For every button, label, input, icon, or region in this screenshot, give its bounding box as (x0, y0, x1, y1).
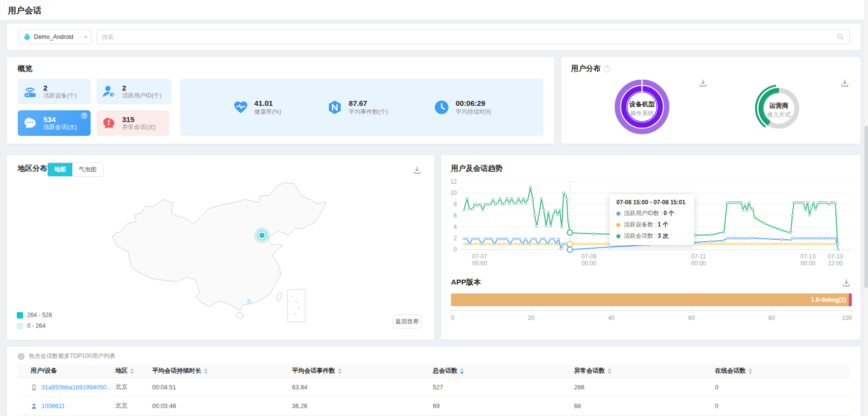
donut-center-subtitle: 操作系统 (630, 110, 654, 117)
china-map[interactable] (81, 172, 356, 335)
carrier-access-donut-chart[interactable]: 运营商接入方式 (750, 80, 807, 137)
download-icon[interactable] (840, 79, 849, 88)
series-name: 活跃设备数 : (624, 221, 657, 229)
beijing-marker (255, 228, 269, 242)
table-note: i 包含会话数最多TOP100用户列表 (18, 352, 115, 360)
region-distribution-panel: 地区分布 地图气泡图 264 - 5280 - 264 返回世界 (7, 155, 434, 340)
app-version-segment-1[interactable] (849, 293, 852, 306)
table-cell: 00:03:46 (152, 403, 292, 410)
table-cell: 0 (715, 384, 850, 391)
column-header-6[interactable]: 在线会话数 (715, 367, 850, 375)
back-to-world-button[interactable]: 返回世界 (393, 315, 421, 328)
svg-text:07-13: 07-13 (828, 253, 843, 260)
svg-text:07-07: 07-07 (472, 253, 487, 260)
help-icon[interactable]: ? (81, 112, 88, 119)
download-icon[interactable] (413, 166, 421, 175)
svg-text:2: 2 (453, 235, 457, 242)
scrollbar-thumb[interactable] (865, 126, 868, 288)
events-icon (327, 99, 343, 115)
overview-title: 概览 (18, 64, 32, 73)
overview-panel: 概览 2活跃设备(个)2活跃用户ID(个)534活跃会话(次)?315异常会话(… (7, 57, 554, 144)
app-version-segment-0[interactable]: 1.0-debug(1) (451, 293, 849, 306)
overview-stat-1: 87.67平均事件数(个) (327, 99, 388, 116)
user-device-link[interactable]: 1008611 (41, 403, 65, 410)
legend-item-1[interactable]: 0 - 264 (17, 322, 52, 329)
app-selector[interactable]: Demo_Android ▾ (19, 30, 92, 44)
column-header-4[interactable]: 总会话数 (433, 367, 574, 375)
download-icon[interactable] (842, 279, 851, 288)
sort-control[interactable] (748, 368, 752, 374)
region-tab-map[interactable]: 地图 (48, 163, 72, 176)
table-cell: 36.26 (292, 403, 433, 410)
table-row[interactable]: 1008611北京00:03:4636.2669680 (18, 397, 850, 416)
table-cell: 63.84 (292, 384, 433, 391)
region-title: 地区分布 (18, 164, 47, 173)
overview-card-2[interactable]: 534活跃会话(次)? (18, 110, 91, 136)
legend-swatch (17, 312, 23, 319)
column-header-2[interactable]: 平均会话持续时长 (152, 367, 292, 375)
user-distribution-panel: 用户分布? 设备机型操作系统 运营商接入方式 (561, 57, 861, 144)
sort-control[interactable] (204, 368, 208, 374)
device-os-donut-chart[interactable]: 设备机型操作系统 (613, 78, 671, 135)
table-cell: 00:04:51 (152, 384, 292, 391)
taiwan-island (276, 292, 283, 302)
axis-tick-label: 20 (528, 315, 534, 321)
svg-text:6: 6 (453, 212, 457, 219)
top-users-table-panel: i 包含会话数最多TOP100用户列表 用户/设备地区平均会话持续时长平均会话事… (7, 347, 861, 416)
series-name: 活跃用户ID数 : (624, 209, 663, 218)
help-icon[interactable]: ? (604, 65, 611, 72)
person-icon (31, 403, 37, 410)
table-cell: 北京 (115, 383, 152, 391)
vertical-scrollbar[interactable] (864, 0, 868, 416)
overview-card-0[interactable]: 2活跃设备(个) (18, 79, 91, 104)
download-icon[interactable] (699, 79, 707, 88)
app-version-bar-chart[interactable]: 1.0-debug(1) (451, 293, 852, 306)
app-version-axis: 020406080100 (451, 310, 852, 323)
table-cell: 0 (715, 403, 850, 410)
svg-text:00:00: 00:00 (472, 260, 487, 267)
sort-control[interactable] (130, 368, 134, 374)
trend-panel: 用户及会话趋势 02468101207-0700:0007-0900:0007-… (441, 155, 861, 340)
axis-tick-label: 60 (688, 315, 695, 321)
stat-value: 00:06:29 (455, 99, 491, 108)
table-cell: 68 (574, 403, 715, 410)
overview-card-3[interactable]: 315异常会话(次) (96, 110, 169, 136)
overview-stat-2: 00:06:29平均持续时间 (434, 99, 491, 116)
search-input[interactable] (102, 33, 836, 40)
overview-stats-strip: 41.01健康率(%)87.67平均事件数(个)00:06:29平均持续时间 (180, 79, 544, 136)
card-value: 534 (43, 115, 77, 124)
legend-item-0[interactable]: 264 - 528 (17, 312, 52, 319)
svg-text:07-13: 07-13 (801, 253, 816, 260)
card-value: 2 (122, 84, 161, 92)
sort-control[interactable] (338, 368, 342, 374)
search-icon[interactable] (836, 33, 844, 41)
card-label: 活跃设备(个) (43, 92, 77, 99)
overview-stat-0: 41.01健康率(%) (233, 99, 282, 116)
column-header-5[interactable]: 异常会话数 (574, 367, 715, 375)
session-icon (23, 116, 37, 130)
south-china-sea-inset (288, 289, 305, 322)
stat-label: 平均持续时间 (455, 108, 491, 116)
page-title: 用户会话 (8, 5, 41, 16)
axis-tick-label: 80 (769, 315, 775, 321)
column-header-1[interactable]: 地区 (115, 367, 152, 375)
column-header-3[interactable]: 平均会话事件数 (292, 367, 433, 375)
health-icon (233, 99, 249, 115)
table-row[interactable]: 31a550bba1b91994050...北京00:04:5163.84527… (18, 378, 850, 397)
sort-control[interactable] (460, 368, 464, 374)
axis-tick-label: 100 (842, 315, 852, 321)
region-fill-low (247, 299, 252, 304)
card-label: 活跃用户ID(个) (122, 92, 161, 99)
tooltip-time-range: 07-08 15:00 - 07-08 15:01 (616, 199, 687, 206)
chart-tooltip: 07-08 15:00 - 07-08 15:01 活跃用户ID数 : 0 个活… (610, 194, 694, 245)
overview-card-1[interactable]: 2活跃用户ID(个) (96, 79, 171, 104)
trend-title: 用户及会话趋势 (451, 164, 503, 173)
filter-bar: Demo_Android ▾ (7, 24, 861, 50)
stat-label: 健康率(%) (255, 108, 282, 116)
card-label: 活跃会话(次) (43, 124, 77, 131)
user-device-link[interactable]: 31a550bba1b91994050... (41, 384, 112, 391)
series-name: 活跃会话数 : (624, 232, 657, 240)
sort-control[interactable] (608, 368, 611, 374)
segment-label: 1.0-debug(1) (811, 296, 849, 303)
table-cell: 527 (433, 384, 574, 391)
